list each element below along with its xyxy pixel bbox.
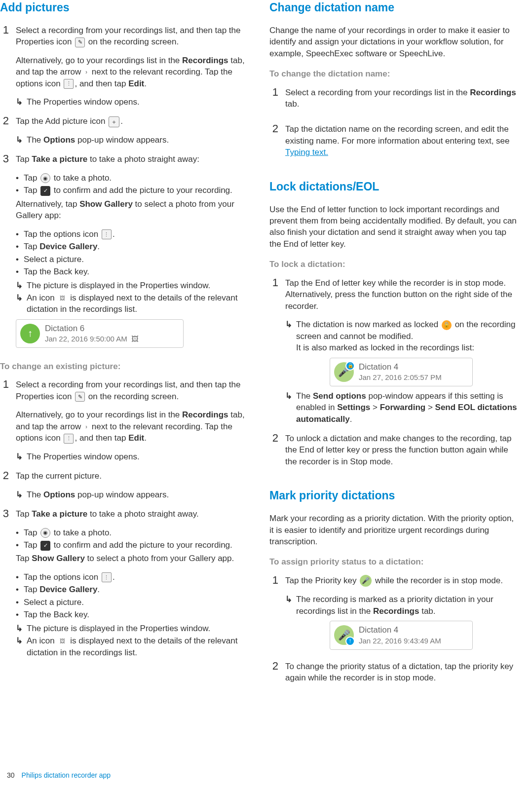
chevron-right-icon: › [84, 422, 88, 432]
step-text: To change the priority status of a dicta… [285, 661, 517, 684]
step-text: Alternatively, go to your recordings lis… [16, 55, 248, 89]
bullet: Select a picture. [16, 597, 248, 608]
page-number: 30 [7, 771, 15, 780]
options-dots-icon: ⋮ [102, 572, 112, 582]
step-number: 1 [269, 277, 278, 288]
result-text: The Options pop-up window appears. [16, 134, 248, 146]
left-column: Add pictures 1 Select a recording from y… [0, 0, 248, 697]
subheading-change-picture: To change an existing picture: [0, 361, 248, 372]
step-text: Select a recording from your recordings … [16, 25, 248, 48]
step-number: 2 [0, 470, 9, 481]
priority-steps: 1 Tap the Priority key 🎤 while the recor… [269, 575, 517, 690]
result-text: The picture is displayed in the Properti… [16, 280, 248, 291]
right-column: Change dictation name Change the name of… [269, 0, 517, 697]
step-number: 1 [0, 25, 9, 36]
bullet: Tap the options icon ⋮. [16, 228, 248, 240]
paragraph: Mark your recording as a priority dictat… [269, 513, 517, 547]
priority-mic-icon: 🎤 [360, 575, 372, 587]
bullet: Select a picture. [16, 254, 248, 265]
step-text: Select a recording from your recordings … [285, 87, 517, 110]
screenshot-dictation-4-locked: 🎤🔒 Dictation 4 Jan 27, 2016 2:05:57 PM [330, 358, 473, 386]
result-text: An icon 🖼 is displayed next to the detai… [16, 635, 248, 658]
step-text: Tap Take a picture to take a photo strai… [16, 153, 248, 165]
result-text: The Properties window opens. [16, 451, 248, 462]
step-text: Tap the Priority key 🎤 while the recorde… [285, 575, 517, 587]
link-typing-text[interactable]: Typing text. [285, 148, 328, 157]
step-text: Tap Take a picture to take a photo strai… [16, 508, 248, 520]
screenshot-title: Dictation 4 [359, 361, 442, 373]
lock-badge-icon: 🔒 [345, 361, 355, 371]
change-name-steps: 1 Select a recording from your recording… [269, 87, 517, 165]
result-text: The recording is marked as a priority di… [285, 594, 517, 617]
result-text: The picture is displayed in the Properti… [16, 623, 248, 634]
options-dots-icon: ⋮ [102, 229, 112, 239]
bullet: Tap ✓ to confirm and add the picture to … [16, 185, 248, 196]
step-text: To unlock a dictation and make changes t… [285, 433, 517, 467]
bullet: Tap ✓ to confirm and add the picture to … [16, 539, 248, 551]
subheading-lock: To lock a dictation: [269, 259, 517, 270]
priority-badge-icon: ! [345, 637, 355, 646]
step-number: 2 [0, 115, 9, 126]
heading-change-name: Change dictation name [269, 0, 517, 16]
bullet: Tap the Back key. [16, 609, 248, 620]
step-number: 2 [269, 123, 278, 134]
mic-icon: 🎤🔒 [334, 362, 354, 382]
properties-icon: ✎ [75, 38, 85, 47]
properties-icon: ✎ [75, 392, 85, 402]
confirm-check-icon: ✓ [40, 186, 50, 196]
picture-indicator-icon: 🖼 [58, 294, 67, 302]
screenshot-title: Dictation 6 [45, 323, 139, 334]
step-number: 1 [269, 87, 278, 98]
options-dots-icon: ⋮ [64, 79, 74, 89]
camera-shutter-icon: ◉ [40, 173, 50, 183]
bullet: Tap the Back key. [16, 266, 248, 277]
step-text: Alternatively, go to your recordings lis… [16, 409, 248, 444]
screenshot-dictation-4-priority: 🎤! Dictation 4 Jan 22, 2016 9:43:49 AM [330, 621, 473, 649]
screenshot-subtitle: Jan 22, 2016 9:43:49 AM [359, 636, 441, 646]
bullet: Tap ◉ to take a photo. [16, 172, 248, 184]
lock-icon: 🔒 [442, 320, 452, 330]
step-number: 1 [0, 379, 9, 390]
step-number: 3 [0, 508, 9, 519]
step-number: 2 [269, 661, 278, 672]
result-text: The Properties window opens. [16, 96, 248, 108]
result-text: An icon 🖼 is displayed next to the detai… [16, 292, 248, 315]
screenshot-subtitle: Jan 27, 2016 2:05:57 PM [359, 373, 442, 383]
step-text: Select a recording from your recordings … [16, 379, 248, 402]
mic-icon: 🎤! [334, 625, 354, 645]
step-text: Tap the End of letter key while the reco… [285, 277, 517, 312]
screenshot-dictation-6: ↑ Dictation 6 Jan 22, 2016 9:50:00 AM 🖼 [16, 319, 184, 348]
bullet: Tap Device Gallery. [16, 584, 248, 595]
bullet: Tap Device Gallery. [16, 241, 248, 252]
screenshot-title: Dictation 4 [359, 624, 441, 636]
result-text: The Send options pop-window appears if t… [285, 390, 517, 425]
lock-steps: 1 Tap the End of letter key while the re… [269, 277, 517, 475]
picture-indicator-icon: 🖼 [131, 335, 139, 343]
step-number: 3 [0, 153, 9, 164]
picture-indicator-icon: 🖼 [58, 637, 67, 646]
subheading-change-name: To change the dictation name: [269, 68, 517, 79]
result-text: The dictation is now marked as locked 🔒 … [285, 319, 517, 353]
screenshot-subtitle: Jan 22, 2016 9:50:00 AM 🖼 [45, 334, 139, 344]
step-text: Tap the Add picture icon ＋. [16, 115, 248, 127]
chevron-right-icon: › [84, 68, 88, 77]
confirm-check-icon: ✓ [40, 541, 50, 551]
camera-shutter-icon: ◉ [40, 528, 50, 538]
step-number: 1 [269, 575, 278, 586]
bullet: Tap the options icon ⋮. [16, 571, 248, 583]
paragraph: Change the name of your recordings in or… [269, 25, 517, 59]
step-text: Tap Show Gallery to select a photo from … [16, 553, 248, 564]
page-footer: 30 Philips dictation recorder app [7, 771, 111, 780]
upload-arrow-icon: ↑ [20, 324, 40, 343]
result-text: The Options pop-up window appears. [16, 489, 248, 500]
heading-priority: Mark priority dictations [269, 488, 517, 504]
add-picture-icon: ＋ [109, 116, 119, 127]
footer-app-name: Philips dictation recorder app [22, 771, 111, 780]
step-text: Tap the current picture. [16, 470, 248, 482]
step-text: Tap the dictation name on the recording … [285, 123, 517, 158]
heading-lock: Lock dictations/EOL [269, 179, 517, 195]
step-text: Alternatively, tap Show Gallery to selec… [16, 198, 248, 222]
add-pictures-steps: 1 Select a recording from your recording… [0, 25, 248, 352]
bullet: Tap ◉ to take a photo. [16, 527, 248, 538]
options-dots-icon: ⋮ [64, 434, 74, 444]
